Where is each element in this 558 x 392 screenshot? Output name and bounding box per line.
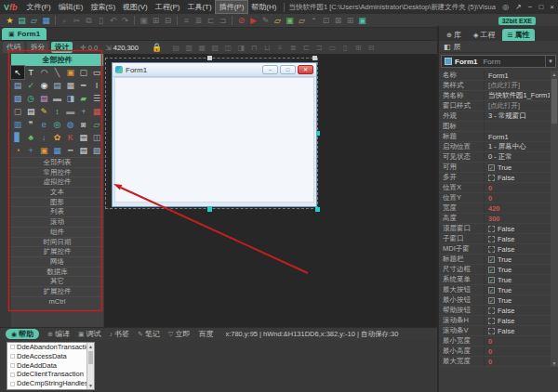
shape-icon[interactable]: ◠ [37, 66, 50, 79]
category-数据库[interactable]: 数据库 [11, 267, 103, 277]
panel-icon[interactable]: ▧ [11, 92, 24, 105]
bottom-tab-调试[interactable]: ▣调试 [78, 329, 101, 339]
image-view-button[interactable]: ▣ [284, 14, 296, 27]
align-all-button[interactable]: ≣ [193, 14, 205, 27]
scroll-thumb[interactable] [551, 79, 557, 124]
align-left-button[interactable]: ≡ [180, 14, 193, 27]
updown-icon[interactable]: ↕ [50, 105, 63, 118]
scroll-thumb[interactable] [88, 351, 93, 364]
folder-open-button[interactable]: ▱ [296, 14, 308, 27]
calendar-icon[interactable]: ▦ [90, 105, 103, 118]
splitter-icon[interactable]: ◫ [90, 131, 103, 144]
arch-target-badge[interactable]: 32bit EXE [498, 17, 536, 25]
property-value[interactable]: 420 [485, 204, 550, 213]
align-tool-11-icon[interactable]: ⊐ [312, 44, 326, 52]
align-tool-15-icon[interactable]: ⊟ [365, 44, 378, 52]
checkbox-icon[interactable]: ✓ [24, 79, 37, 92]
tool-a-button[interactable]: ⊡ [320, 14, 332, 27]
list-item-DdeClientTransaction[interactable]: DdeClientTransaction [7, 370, 94, 379]
handle-top-middle[interactable] [207, 56, 212, 60]
checkbox-checked-icon[interactable]: ✓ [488, 287, 495, 294]
checkbox-checked-icon[interactable]: ✓ [488, 297, 495, 304]
treeview-icon[interactable]: ▤ [37, 92, 50, 105]
mode-代码[interactable]: 代码 [3, 42, 24, 53]
category-图形[interactable]: 图形 [11, 197, 103, 207]
menu-插件(P)[interactable]: 插件(P) [216, 1, 248, 13]
pie-icon[interactable]: ◔ [11, 144, 24, 157]
checkbox-checked-icon[interactable]: ✓ [488, 164, 495, 171]
tab-form1[interactable]: ▣ Form1 [2, 28, 46, 40]
handle-bottom-middle[interactable] [207, 207, 212, 212]
property-value[interactable]: False [485, 235, 550, 243]
scroll-down-icon[interactable]: ▼ [551, 359, 558, 367]
image-icon[interactable]: ▣ [64, 66, 77, 79]
flower-icon[interactable]: ✿ [50, 131, 63, 144]
handle-top-right[interactable] [312, 56, 317, 60]
category-网络[interactable]: 网络 [11, 256, 103, 267]
menu-编辑(E)[interactable]: 编辑(E) [55, 1, 87, 13]
designed-form[interactable]: Form1 − □ ✕ [112, 62, 317, 207]
align-tool-6-icon[interactable]: ⊓ [247, 44, 260, 52]
checkbox-unchecked-icon[interactable] [488, 175, 495, 181]
globe-icon[interactable]: ◍ [64, 118, 77, 131]
browser-icon[interactable]: e [37, 118, 50, 131]
float-button[interactable]: ↗ [515, 0, 522, 14]
bottom-tab-立即[interactable]: ▽立即 [168, 329, 190, 339]
gear-icon[interactable]: ◎ [50, 118, 63, 131]
menu-icon[interactable]: ☰ [90, 92, 103, 105]
chart-icon[interactable]: ▊ [11, 131, 24, 144]
scroll-down-icon[interactable]: ▼ [87, 382, 94, 389]
align-tool-14-icon[interactable]: ⊞ [352, 44, 365, 52]
label-icon[interactable]: T [24, 66, 37, 79]
checkbox-checked-icon[interactable]: ✓ [488, 277, 495, 283]
run-button[interactable]: ▶ [247, 14, 259, 27]
menu-视图(V)[interactable]: 视图(V) [119, 1, 152, 13]
bottom-tab-编译[interactable]: ⊕编译 [47, 329, 70, 339]
align-tool-7-icon[interactable]: ⊔ [260, 44, 273, 52]
property-value[interactable]: False [485, 327, 550, 335]
align-tool-13-icon[interactable]: ▯ [339, 44, 352, 52]
category-常用控件[interactable]: 常用控件 [11, 167, 103, 177]
search-button[interactable]: ⌕ [59, 14, 71, 27]
keyword-icon[interactable]: K [64, 131, 77, 144]
paste-button[interactable]: ▯ [95, 14, 107, 27]
bottom-tab-书签[interactable]: ♪书签 [110, 329, 130, 339]
write-button[interactable]: ✎ [259, 14, 272, 27]
save-button[interactable]: ▦ [40, 14, 52, 27]
property-value[interactable]: ✓True [485, 296, 550, 305]
tool-b-button[interactable]: ⊠ [332, 14, 344, 27]
property-scrollbar[interactable]: ▲ ▼ [551, 71, 558, 367]
toolbox-header-button[interactable]: 全部控件 [11, 54, 103, 66]
property-value[interactable]: 3 - 常规窗口 [485, 111, 550, 121]
maximize-button[interactable]: □ [538, 0, 543, 14]
teal-box-button[interactable]: ▣ [356, 14, 368, 27]
richtext-icon[interactable]: ▤ [24, 105, 37, 118]
property-value[interactable]: 0 [485, 337, 550, 346]
bottom-tab-帮助[interactable]: ◉帮助 [6, 329, 39, 339]
category-组件[interactable]: 组件 [11, 227, 103, 237]
category-时间日期[interactable]: 时间日期 [11, 237, 103, 247]
category-虚拟控件[interactable]: 虚拟控件 [11, 176, 103, 187]
checkbox-unchecked-icon[interactable] [488, 318, 495, 324]
mode-拆分[interactable]: 拆分 [27, 42, 48, 53]
scroll-up-icon[interactable]: ▲ [551, 71, 558, 78]
edit-add-button[interactable]: ⊞ [150, 14, 162, 27]
property-value[interactable]: False [485, 245, 550, 254]
help-list-scrollbar[interactable]: ▲ ▼ [86, 343, 94, 389]
menu-帮助(H)[interactable]: 帮助(H) [247, 1, 280, 13]
property-value[interactable]: ✓True [485, 286, 550, 294]
property-value[interactable]: Form1 [485, 133, 550, 141]
mctrl-icon-icon[interactable]: ▧ [90, 144, 103, 157]
copy-button[interactable]: ⧉ [83, 14, 95, 27]
checkbox-unchecked-icon[interactable] [488, 226, 495, 232]
property-value[interactable]: 300 [485, 215, 550, 223]
property-value[interactable]: 1 - 屏幕中心 [485, 142, 550, 151]
list-item-DdeAbandonTransaction[interactable]: DdeAbandonTransaction [7, 343, 94, 352]
list-item-DdeAccessData[interactable]: DdeAccessData [7, 352, 94, 361]
property-value[interactable]: 0 [485, 347, 550, 356]
align-tool-0-icon[interactable]: ▤ [169, 44, 182, 52]
property-value[interactable]: ✓True [485, 276, 550, 284]
menu-文件(F)[interactable]: 文件(F) [23, 1, 55, 13]
window-icon[interactable]: ▢ [11, 105, 24, 118]
property-value[interactable]: ✓True [485, 255, 550, 264]
